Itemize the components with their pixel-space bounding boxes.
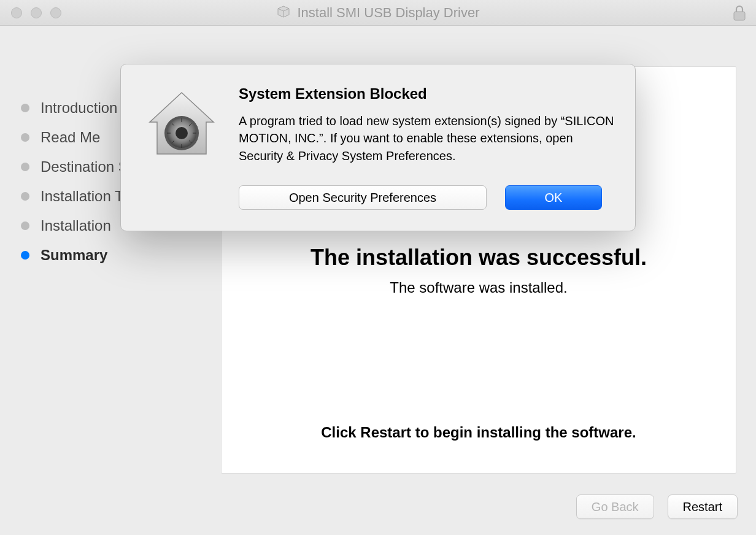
restart-button[interactable]: Restart: [668, 495, 738, 519]
restart-hint: Click Restart to begin installing the so…: [222, 424, 736, 441]
step-dot-icon: [21, 251, 29, 260]
step-label: Read Me: [40, 129, 100, 146]
step-dot-icon: [21, 104, 29, 112]
minimize-window-button[interactable]: [31, 7, 42, 18]
step-dot-icon: [21, 192, 29, 201]
open-security-preferences-button[interactable]: Open Security Preferences: [239, 185, 487, 210]
sheet-body-text: A program tried to load new system exten…: [239, 112, 614, 164]
sheet-title: System Extension Blocked: [239, 85, 614, 102]
install-success-subtitle: The software was installed.: [222, 279, 736, 296]
ok-button[interactable]: OK: [505, 185, 602, 210]
step-dot-icon: [21, 163, 29, 171]
sheet-buttons: Open Security Preferences OK: [239, 185, 614, 210]
security-vault-icon: [145, 88, 218, 210]
step-dot-icon: [21, 221, 29, 230]
go-back-button[interactable]: Go Back: [576, 495, 654, 519]
lock-icon[interactable]: [731, 4, 747, 25]
footer-buttons: Go Back Restart: [576, 495, 738, 519]
zoom-window-button[interactable]: [50, 7, 61, 18]
step-label: Installation: [40, 217, 111, 234]
step-dot-icon: [21, 133, 29, 142]
traffic-lights: [0, 7, 61, 18]
window-title: Install SMI USB Display Driver: [297, 5, 479, 21]
close-window-button[interactable]: [11, 7, 22, 18]
sidebar-step-summary: Summary: [21, 247, 159, 264]
step-label: Summary: [40, 247, 107, 264]
window-body: Introduction Read Me Destination Select …: [0, 26, 756, 535]
system-extension-blocked-sheet: System Extension Blocked A program tried…: [120, 64, 636, 231]
installer-package-icon: [276, 4, 291, 21]
install-success-title: The installation was successful.: [222, 245, 736, 271]
svg-point-3: [176, 127, 188, 139]
titlebar: Install SMI USB Display Driver: [0, 0, 756, 26]
step-label: Introduction: [40, 99, 117, 117]
svg-rect-0: [734, 12, 745, 20]
